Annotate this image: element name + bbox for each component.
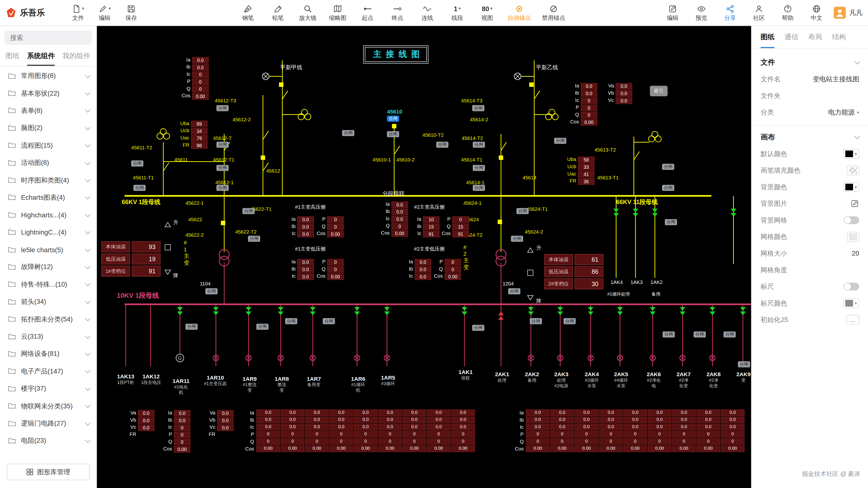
sidebar-category[interactable]: 活动图(8) xyxy=(0,155,96,172)
diagram-label[interactable]: 66KV 1段母线 xyxy=(122,199,160,206)
bg-grid-toggle[interactable] xyxy=(843,217,859,224)
edit-pencil-icon[interactable] xyxy=(850,199,859,208)
diagram-label[interactable]: #2主变高压侧 xyxy=(414,204,445,210)
meter-block[interactable]: Va0.0Vb0.0Vc0.0FR xyxy=(124,409,154,438)
sidebar-category[interactable]: Highcharts...(4) xyxy=(0,206,96,224)
status-tag[interactable]: 分闸 xyxy=(473,141,485,148)
status-tag[interactable]: 分闸 xyxy=(436,141,448,148)
sidebar-category[interactable]: LightningC...(4) xyxy=(0,224,96,241)
tool-segment-tool[interactable]: 1▾线段 xyxy=(447,2,468,23)
status-tag[interactable]: 分闸 xyxy=(387,131,399,137)
tool-edit-mode[interactable]: 编辑 xyxy=(662,2,683,23)
feeder-label[interactable]: 2AK3处理 #2电源 xyxy=(548,371,575,389)
status-tag[interactable]: 分闸 xyxy=(217,141,228,148)
tool-language[interactable]: 中文 xyxy=(806,2,827,23)
diagram-label[interactable]: 45614 xyxy=(523,175,536,181)
status-tag[interactable]: 分闸 xyxy=(564,318,576,324)
status-tag[interactable]: 分闸 xyxy=(723,331,736,337)
diagram-label[interactable]: 1AK2 xyxy=(651,279,662,285)
feeder-label[interactable]: 1AR11#1电化 机 xyxy=(168,378,194,395)
meter-block[interactable]: Va0.0Vb0.0Vc0.0 xyxy=(602,83,632,104)
grid-size-value[interactable]: 20 xyxy=(852,250,859,257)
feeder-label[interactable]: 1AR6#1循环 机 xyxy=(345,376,372,393)
status-tag[interactable]: 分闸 xyxy=(217,185,228,191)
status-tag[interactable]: 分闸 xyxy=(217,165,228,171)
sidebar-category[interactable]: 电子产品(147) xyxy=(0,363,96,380)
panel-tab[interactable]: 结构 xyxy=(832,33,846,48)
canvas-section-header[interactable]: 画布 xyxy=(761,126,859,145)
diagram-canvas[interactable]: G 主接线图 索引 平新甲线平新乙线45612-T345612-245612-T… xyxy=(97,26,751,488)
diagram-label[interactable]: 45614-2 xyxy=(470,117,488,123)
diagram-label[interactable]: 升 xyxy=(536,245,541,251)
feeder-label[interactable]: 2AK6#2净化 电 xyxy=(641,371,667,389)
diagram-label[interactable]: 45622-2 xyxy=(186,232,204,238)
meter-block[interactable]: Ia0.0Ib0.0Ic0.0 xyxy=(401,258,431,280)
sidebar-category[interactable]: 云(313) xyxy=(0,328,96,346)
diagram-label[interactable]: 平新乙线 xyxy=(536,64,558,71)
tool-end-point-tool[interactable]: 终点 xyxy=(387,2,408,23)
tool-start-point-tool[interactable]: 起点 xyxy=(357,2,378,23)
feeder-label[interactable]: 2AK5#4循环 水泵 xyxy=(608,371,634,389)
diagram-label[interactable]: 45610-1 xyxy=(372,157,391,163)
diagram-label[interactable]: 10KV 1段母线 xyxy=(117,292,159,300)
feeder-label[interactable]: 2AK1处理 xyxy=(489,371,516,383)
diagram-label[interactable]: #1循环处理 xyxy=(607,292,630,297)
meter-block[interactable]: Ia0.0Ib0.0Ic0.0 xyxy=(284,258,314,280)
meter-block[interactable]: Ia0.0Ib0.0Ic0.0 xyxy=(284,216,314,237)
feeder-label[interactable]: 2AK8#2净 化变 xyxy=(700,371,727,389)
meter-block[interactable]: P0Q0Cos0.00 xyxy=(314,258,344,280)
meter-block[interactable]: P0Q0Cos0.00 xyxy=(314,216,344,237)
meter-block[interactable]: P0Q0Cos0.00 xyxy=(431,258,461,280)
sidebar-category[interactable]: 逻辑门电路(27) xyxy=(0,415,96,432)
diagram-label[interactable]: 分段母联 xyxy=(382,190,404,197)
default-color-picker[interactable]: ▾ xyxy=(843,149,859,159)
ruler-toggle[interactable] xyxy=(843,283,859,290)
init-js-button[interactable]: ... xyxy=(846,315,859,325)
tool-view-tool[interactable]: 80▾视图 xyxy=(476,2,498,23)
brush-fill-picker[interactable] xyxy=(847,165,859,175)
status-tag[interactable]: 分闸 xyxy=(511,236,523,242)
diagram-label[interactable]: 45624-T1 xyxy=(527,206,548,213)
diagram-label[interactable]: 45610 xyxy=(387,108,403,115)
meter-block[interactable]: Ia0.0Ib0.0Ic0P0Q0Cos0.00 xyxy=(161,409,190,452)
tool-pen-tool[interactable]: 钢笔 xyxy=(238,2,259,23)
status-tag[interactable]: 分闸 xyxy=(530,318,542,324)
diagram-label[interactable]: 备用 xyxy=(651,292,660,297)
tool-auto-anchor-tool[interactable]: 自动锚点 xyxy=(506,2,532,23)
tool-edit-menu[interactable]: ▾编辑 xyxy=(94,2,115,23)
diagram-label[interactable]: 45624-2 xyxy=(525,229,543,235)
status-tag[interactable]: 分闸 xyxy=(242,208,254,214)
diagram-label[interactable]: 45612 xyxy=(266,168,280,174)
status-tag[interactable]: 分闸 xyxy=(517,208,529,214)
status-tag[interactable]: 分闸 xyxy=(186,324,197,330)
app-logo[interactable]: 乐吾乐 xyxy=(6,7,65,19)
library-manage-button[interactable]: 图形库管理 xyxy=(6,463,90,480)
diagram-label[interactable]: 45613-T2 xyxy=(595,147,616,153)
status-tag[interactable]: 分闸 xyxy=(473,165,485,171)
user-chip[interactable]: 凡凡 xyxy=(834,6,862,19)
meter-block[interactable]: Va0.0Vb0.0Vc0.0FR xyxy=(204,409,234,438)
feeder-label[interactable]: 1AK131段PT柜 xyxy=(113,373,139,385)
diagram-title[interactable]: 主接线图 xyxy=(365,47,427,62)
status-tag[interactable]: 分闸 xyxy=(248,236,260,242)
diagram-label[interactable]: 45614-T2 xyxy=(462,135,483,141)
diagram-label[interactable]: 45622-1 xyxy=(186,200,204,206)
tool-pencil-tool[interactable]: 铅笔 xyxy=(268,2,288,23)
status-tag[interactable]: 分闸 xyxy=(133,185,146,191)
diagram-label[interactable]: 1104 xyxy=(200,281,211,287)
sidebar-category[interactable]: Echarts图表(4) xyxy=(0,189,96,206)
feeder-label[interactable]: 1AR7备用变 xyxy=(301,376,327,388)
tool-minimap-tool[interactable]: 缩略图 xyxy=(327,2,348,23)
diagram-label[interactable]: # 2 主 变 xyxy=(463,244,469,271)
diagram-label[interactable]: 45612-T1 xyxy=(213,157,235,163)
tool-community[interactable]: 社区 xyxy=(748,2,769,23)
oil-meter[interactable]: 本体油温93低压油温191#变档位91 xyxy=(101,240,161,277)
diagram-label[interactable]: #1主变低压侧 xyxy=(295,246,326,252)
tool-share[interactable]: 分享 xyxy=(719,2,741,23)
status-tag[interactable]: 分闸 xyxy=(342,130,354,136)
sidebar-category[interactable]: 常用图形(8) xyxy=(0,68,96,85)
status-tag[interactable]: 分闸 xyxy=(472,105,485,111)
feeder-label[interactable]: 1AR5#3循环 xyxy=(375,375,401,386)
status-tag[interactable]: 分闸 xyxy=(323,318,335,324)
diagram-label[interactable]: 45614-T3 xyxy=(461,98,483,104)
